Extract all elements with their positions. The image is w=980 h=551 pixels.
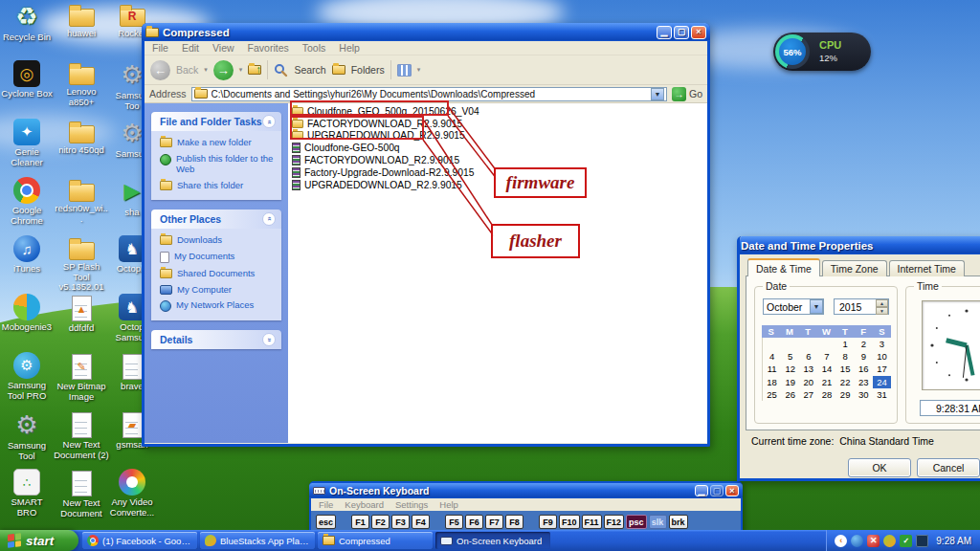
start-button[interactable]: start xyxy=(0,530,78,551)
desktop-icon[interactable]: ✎ New Bitmap Image xyxy=(54,352,109,410)
menu-item[interactable]: File xyxy=(319,499,333,510)
osk-key[interactable]: F7 xyxy=(485,515,503,529)
place-link[interactable]: Shared Documents xyxy=(160,269,277,279)
dialog-tab[interactable]: Internet Time xyxy=(889,260,965,276)
tray-icon[interactable]: ✕ xyxy=(867,535,880,547)
menu-item[interactable]: File xyxy=(152,42,168,54)
desktop-icon[interactable]: Mobogenie3 xyxy=(0,294,54,352)
osk-key[interactable]: F6 xyxy=(465,515,483,529)
file-row[interactable]: FACTORYDOWNLOAD_R2.9.9015 xyxy=(290,154,707,166)
calendar-day[interactable]: 23 xyxy=(855,376,873,388)
desktop-icon[interactable]: Google Chrome xyxy=(0,177,54,235)
osk-key[interactable]: F2 xyxy=(371,515,390,529)
osk-key[interactable]: esc xyxy=(316,515,336,529)
calendar-day[interactable]: 7 xyxy=(817,350,835,363)
calendar-day[interactable]: 22 xyxy=(836,376,855,388)
osk-key[interactable]: F9 xyxy=(539,515,557,529)
maximize-button[interactable]: ▢ xyxy=(710,485,724,496)
place-link[interactable]: Downloads xyxy=(160,235,277,246)
search-icon[interactable] xyxy=(274,63,288,77)
calendar-day[interactable]: 20 xyxy=(799,376,817,388)
tray-icon[interactable] xyxy=(883,535,896,547)
calendar-day[interactable]: 2 xyxy=(855,338,873,350)
calendar-day[interactable]: 27 xyxy=(799,388,817,401)
folders-icon[interactable] xyxy=(332,65,345,75)
year-spinner[interactable]: 2015 ▲▼ xyxy=(834,298,889,315)
back-dropdown-icon[interactable]: ▾ xyxy=(204,66,208,74)
desktop-icon[interactable]: Lenovo a850+ xyxy=(54,60,109,119)
calendar-day[interactable] xyxy=(817,338,835,350)
calendar-day[interactable]: 1 xyxy=(836,338,855,350)
dialog-titlebar[interactable]: Date and Time Properties xyxy=(737,236,980,254)
desktop-icon[interactable]: redsn0w_wi... xyxy=(54,177,109,235)
calendar-day[interactable]: 15 xyxy=(836,363,855,375)
calendar-day[interactable]: 31 xyxy=(873,388,891,401)
close-button[interactable]: × xyxy=(691,26,706,39)
up-folder-button[interactable]: ↑ xyxy=(248,65,261,75)
desktop-icon[interactable]: ✦ Genie Cleaner xyxy=(0,119,54,177)
address-input[interactable]: C:\Documents and Settings\yhuri26\My Doc… xyxy=(191,87,667,101)
search-label[interactable]: Search xyxy=(294,64,325,76)
collapse-chevron-icon[interactable]: » xyxy=(262,115,276,128)
year-down-button[interactable]: ▼ xyxy=(876,307,888,315)
desktop-icon[interactable]: ♻ Recycle Bin xyxy=(0,2,54,60)
osk-key[interactable]: brk xyxy=(669,515,688,529)
taskbar-item[interactable]: On-Screen Keyboard xyxy=(435,532,550,549)
menu-item[interactable]: Help xyxy=(439,499,458,510)
calendar-day[interactable]: 12 xyxy=(781,363,799,375)
desktop-icon[interactable]: ⚙ Samsung Tool PRO xyxy=(0,352,54,410)
calendar-day[interactable]: 18 xyxy=(763,376,781,388)
menu-item[interactable]: Tools xyxy=(302,42,326,54)
calendar-day[interactable]: 6 xyxy=(799,350,817,363)
tray-icon[interactable]: ‹ xyxy=(835,535,847,547)
calendar-day[interactable]: 17 xyxy=(873,363,891,375)
osk-key[interactable]: F4 xyxy=(412,515,430,529)
address-dropdown-button[interactable]: ▼ xyxy=(651,88,664,100)
osk-key[interactable]: slk xyxy=(649,515,667,529)
taskbar-item[interactable]: Compressed xyxy=(318,532,433,549)
tray-icon[interactable] xyxy=(851,535,863,547)
explorer-titlebar[interactable]: Compressed ▁ ▢ × xyxy=(142,23,710,41)
panel-header[interactable]: Details » xyxy=(151,330,281,349)
views-icon[interactable] xyxy=(397,64,412,77)
calendar-day[interactable] xyxy=(799,338,817,350)
calendar-day[interactable] xyxy=(763,338,781,350)
desktop-icon[interactable]: SP Flash Tool v5.1352.01 xyxy=(54,235,109,294)
calendar-day[interactable]: 3 xyxy=(873,338,891,350)
osk-key[interactable]: F8 xyxy=(505,515,523,529)
osk-key[interactable]: F5 xyxy=(445,515,463,529)
task-link[interactable]: Make a new folder xyxy=(160,138,277,148)
expand-chevron-icon[interactable]: » xyxy=(262,333,276,346)
osk-key[interactable]: F10 xyxy=(559,515,580,529)
calendar-day[interactable]: 25 xyxy=(763,388,781,401)
desktop-icon[interactable]: nitro 450qd xyxy=(54,119,109,177)
calendar-day[interactable]: 8 xyxy=(836,350,855,363)
place-link[interactable]: My Computer xyxy=(160,285,277,296)
menu-item[interactable]: Favorites xyxy=(248,42,289,54)
desktop-icon[interactable]: ◎ Cyclone Box xyxy=(0,60,54,119)
menu-item[interactable]: Settings xyxy=(395,499,428,510)
osk-key[interactable]: F11 xyxy=(582,515,602,529)
menu-item[interactable]: Keyboard xyxy=(345,499,384,510)
menu-item[interactable]: Help xyxy=(339,42,360,54)
dialog-tab[interactable]: Time Zone xyxy=(822,260,887,276)
osk-key[interactable]: F3 xyxy=(391,515,410,529)
taskbar-item[interactable]: BlueStacks App Player xyxy=(200,532,315,549)
calendar-day[interactable]: 13 xyxy=(799,363,817,375)
forward-dropdown-icon[interactable]: ▾ xyxy=(239,66,243,74)
month-select[interactable]: October ▼ xyxy=(763,298,824,315)
osk-titlebar[interactable]: On-Screen Keyboard ▁ ▢ × xyxy=(309,483,743,498)
tray-clock[interactable]: 9:28 AM xyxy=(936,536,971,546)
place-link[interactable]: My Network Places xyxy=(160,300,277,312)
calendar-day[interactable]: 9 xyxy=(855,350,873,363)
ok-button[interactable]: OK xyxy=(848,458,911,477)
desktop-icon[interactable]: huawei xyxy=(54,2,109,60)
desktop-icon[interactable]: New Text Document (2) xyxy=(54,410,109,469)
osk-key[interactable]: F1 xyxy=(351,515,369,529)
desktop-icon[interactable]: Any Video Converte... xyxy=(109,469,155,527)
calendar-day[interactable]: 14 xyxy=(817,363,835,375)
menu-item[interactable]: View xyxy=(212,42,234,54)
calendar-day[interactable]: 26 xyxy=(781,388,799,401)
calendar-day[interactable]: 21 xyxy=(817,376,835,388)
calendar-day[interactable]: 28 xyxy=(817,388,835,401)
